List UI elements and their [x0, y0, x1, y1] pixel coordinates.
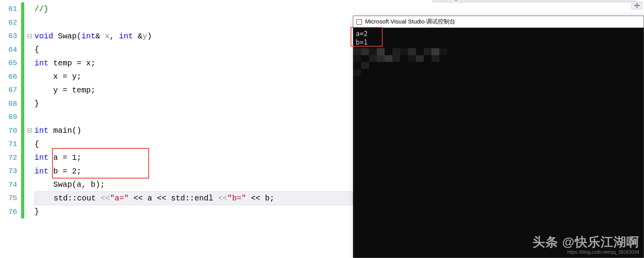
code-text[interactable]: int main() [34, 124, 353, 138]
line-number: 71 [0, 140, 21, 148]
code-editor[interactable]: 61//}6263void Swap(int& x, int &y)64{65 … [0, 2, 353, 257]
code-line[interactable]: 71{ [0, 137, 353, 151]
redacted-region [353, 48, 447, 76]
change-marker [21, 97, 24, 111]
svg-rect-0 [634, 5, 640, 6]
change-marker [21, 43, 24, 57]
line-number: 73 [0, 167, 21, 175]
code-text[interactable] [34, 16, 353, 30]
split-view-button[interactable] [631, 2, 642, 9]
code-text[interactable]: } [34, 205, 353, 219]
change-marker [21, 151, 24, 165]
debug-console-window[interactable]: Microsoft Visual Studio 调试控制台 a=2b=1 [353, 16, 644, 258]
code-text[interactable]: y = temp; [34, 83, 353, 97]
code-line[interactable]: 75 std::cout << "a=" << a << std::endl <… [0, 191, 353, 205]
change-marker [21, 124, 24, 138]
code-line[interactable]: 68} [0, 97, 353, 111]
line-number: 63 [0, 32, 21, 40]
function-dropdown[interactable]: main() [433, 0, 636, 2]
code-line[interactable]: 65 int temp = x; [0, 56, 353, 70]
code-text[interactable]: int temp = x; [34, 56, 353, 70]
console-output-line: a=2 [356, 29, 641, 38]
change-marker [21, 191, 24, 205]
change-marker [21, 2, 24, 16]
fold-gutter[interactable] [24, 34, 34, 38]
split-icon [634, 3, 640, 8]
line-number: 76 [0, 207, 21, 216]
fold-gutter[interactable] [24, 128, 34, 133]
line-number: 67 [0, 86, 21, 94]
change-marker [21, 110, 24, 124]
line-number: 72 [0, 153, 21, 162]
code-line[interactable]: 64{ [0, 43, 353, 57]
code-text[interactable] [34, 110, 353, 124]
code-text[interactable]: int b = 2; [34, 164, 353, 178]
code-text[interactable]: //} [34, 2, 353, 16]
change-marker [21, 205, 24, 219]
code-text[interactable]: { [34, 43, 353, 57]
code-line[interactable]: 67 y = temp; [0, 83, 353, 97]
code-text[interactable]: { [34, 137, 353, 151]
code-text[interactable]: std::cout << "a=" << a << std::endl << "… [34, 191, 353, 205]
line-number: 68 [0, 99, 21, 108]
change-marker [21, 56, 24, 70]
console-title-text: Microsoft Visual Studio 调试控制台 [365, 18, 455, 25]
change-marker [21, 137, 24, 151]
console-icon [356, 19, 362, 25]
change-marker [21, 16, 24, 30]
code-line[interactable]: 63void Swap(int& x, int &y) [0, 29, 353, 43]
line-number: 74 [0, 180, 21, 189]
code-text[interactable]: Swap(a, b); [34, 178, 353, 192]
change-marker [21, 70, 24, 84]
code-line[interactable]: 74 Swap(a, b); [0, 178, 353, 192]
line-number: 66 [0, 72, 21, 81]
line-number: 75 [0, 194, 21, 202]
change-marker [21, 29, 24, 43]
code-line[interactable]: 73 int b = 2; [0, 164, 353, 178]
line-number: 64 [0, 45, 21, 54]
code-line[interactable]: 66 x = y; [0, 70, 353, 84]
code-text[interactable]: x = y; [34, 70, 353, 84]
line-number: 70 [0, 126, 21, 135]
code-line[interactable]: 62 [0, 16, 353, 30]
code-line[interactable]: 70int main() [0, 124, 353, 138]
code-line[interactable]: 72 int a = 1; [0, 151, 353, 165]
console-titlebar[interactable]: Microsoft Visual Studio 调试控制台 [353, 16, 644, 28]
code-text[interactable]: } [34, 97, 353, 111]
console-body[interactable]: a=2b=1 [353, 28, 644, 258]
code-line[interactable]: 76} [0, 205, 353, 219]
change-marker [21, 164, 24, 178]
function-dropdown-label: main() [443, 0, 458, 1]
line-number: 69 [0, 113, 21, 121]
change-marker [21, 83, 24, 97]
code-line[interactable]: 61//} [0, 2, 353, 16]
fold-toggle-icon[interactable] [27, 34, 32, 38]
fold-toggle-icon[interactable] [27, 128, 32, 133]
change-marker [21, 178, 24, 192]
code-line[interactable]: 69 [0, 110, 353, 124]
line-number: 62 [0, 18, 21, 27]
line-number: 61 [0, 5, 21, 13]
console-output-line: b=1 [356, 38, 641, 47]
code-text[interactable]: void Swap(int& x, int &y) [34, 29, 353, 43]
line-number: 65 [0, 59, 21, 67]
code-text[interactable]: int a = 1; [34, 151, 353, 165]
